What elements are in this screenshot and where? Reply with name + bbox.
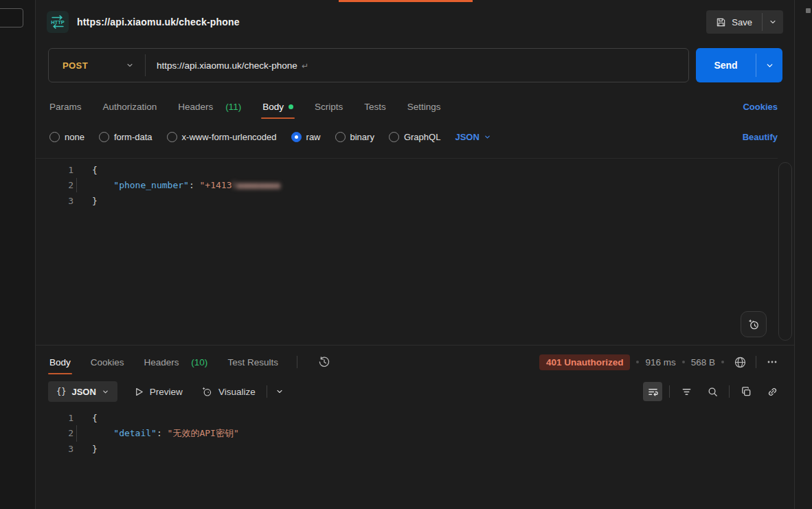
dot-separator [721, 361, 724, 363]
body-type-urlencoded[interactable]: x-www-form-urlencoded [167, 132, 277, 142]
tab-label: Test Results [227, 357, 278, 367]
postbot-ai-button[interactable] [741, 311, 767, 337]
divider [669, 385, 670, 398]
status-badge[interactable]: 401 Unauthorized [539, 354, 631, 370]
method-selector[interactable]: POST [49, 60, 145, 71]
tab-tests[interactable]: Tests [363, 95, 387, 119]
chevron-down-icon [484, 133, 491, 141]
send-button[interactable]: Send [696, 48, 756, 82]
tab-body[interactable]: Body [261, 95, 295, 119]
radio-label: x-www-form-urlencoded [182, 132, 277, 142]
code-line: 3 } [36, 193, 778, 209]
response-time[interactable]: 916 ms [645, 357, 675, 367]
search-button[interactable] [703, 382, 722, 401]
url-input[interactable]: https://api.xiaomu.uk/check-phone↵ [146, 60, 308, 71]
request-title: https://api.xiaomu.uk/check-phone [77, 16, 240, 27]
radio-icon [389, 132, 399, 142]
response-toolbar-actions [643, 382, 782, 401]
request-tabs: Params Authorization Headers (11) Body S… [48, 92, 778, 121]
save-button[interactable]: Save [706, 10, 762, 34]
app-window: HTTP https://api.xiaomu.uk/check-phone S… [0, 0, 812, 509]
radio-icon [167, 132, 177, 142]
tab-headers[interactable]: Headers (11) [177, 95, 243, 119]
main-panel: HTTP https://api.xiaomu.uk/check-phone S… [36, 0, 795, 509]
response-size[interactable]: 568 B [691, 357, 715, 367]
line-number: 1 [36, 165, 74, 175]
tab-label: Scripts [315, 102, 343, 112]
tab-settings[interactable]: Settings [406, 95, 442, 119]
response-body-editor[interactable]: 1 { 2 "detail": "无效的API密钥" 3 } [36, 408, 778, 509]
active-tab-indicator [339, 0, 473, 2]
filter-button[interactable] [677, 382, 696, 401]
tab-authorization[interactable]: Authorization [102, 95, 159, 119]
code-text: "phone_number": "+14135●●●●●●●● [74, 180, 280, 190]
search-icon [707, 386, 719, 398]
divider [756, 356, 756, 368]
body-type-form-data[interactable]: form-data [99, 132, 153, 142]
cookies-link[interactable]: Cookies [743, 102, 778, 112]
code-line: 3 } [36, 441, 778, 457]
code-line: 1 { [36, 410, 778, 426]
request-url-row: POST https://api.xiaomu.uk/check-phone↵ … [48, 48, 782, 84]
preview-button[interactable]: Preview [134, 387, 183, 397]
chevron-down-icon [765, 61, 774, 70]
line-number: 2 [36, 428, 74, 438]
toolbar-more-button[interactable] [270, 382, 289, 401]
link-button[interactable] [763, 382, 782, 401]
body-type-row: none form-data x-www-form-urlencoded raw… [49, 126, 778, 148]
response-status-cluster: 401 Unauthorized 916 ms 568 B [539, 352, 782, 372]
request-body-editor[interactable]: 1 { 2 "phone_number": "+14135●●●●●●●● 3 … [36, 158, 778, 345]
beautify-link[interactable]: Beautify [743, 132, 778, 142]
json-value: "+1413 [200, 180, 232, 190]
send-options-button[interactable] [756, 48, 782, 82]
line-number: 1 [36, 413, 74, 423]
body-type-binary[interactable]: binary [335, 132, 374, 142]
format-label: JSON [71, 387, 95, 397]
radio-label: raw [306, 132, 321, 142]
response-tab-body[interactable]: Body [48, 350, 72, 374]
copy-button[interactable] [736, 382, 756, 401]
pane-divider[interactable] [36, 345, 794, 346]
body-type-none[interactable]: none [49, 132, 84, 142]
chevron-down-icon [769, 18, 777, 26]
code-text: } [74, 196, 98, 206]
chevron-down-icon [126, 61, 134, 69]
radio-label: binary [350, 132, 374, 142]
response-toolbar: {} JSON Preview Visualize [48, 379, 782, 404]
http-method-icon: HTTP [47, 11, 69, 33]
response-tab-cookies[interactable]: Cookies [89, 350, 126, 374]
tab-label: Settings [407, 102, 441, 112]
raw-language-label: JSON [455, 132, 479, 142]
visualize-button[interactable]: Visualize [201, 385, 256, 398]
line-number: 3 [36, 196, 74, 206]
body-type-graphql[interactable]: GraphQL [389, 132, 440, 142]
json-key: "phone_number" [113, 180, 189, 190]
headers-count: (10) [191, 357, 207, 367]
more-options-button[interactable] [763, 352, 782, 372]
divider [267, 385, 267, 398]
request-header: HTTP https://api.xiaomu.uk/check-phone S… [36, 5, 794, 38]
tab-scripts[interactable]: Scripts [313, 95, 344, 119]
body-type-raw[interactable]: raw [291, 132, 321, 142]
response-tab-headers[interactable]: Headers (10) [143, 350, 210, 374]
code-text: "detail": "无效的API密钥" [74, 427, 239, 440]
tab-params[interactable]: Params [48, 95, 83, 119]
editor-scrollbar[interactable] [778, 162, 792, 341]
more-options-icon [766, 356, 778, 368]
history-icon [318, 356, 330, 368]
response-tab-test-results[interactable]: Test Results [226, 350, 280, 374]
raw-language-selector[interactable]: JSON [455, 132, 490, 142]
left-sidebar-rail[interactable] [0, 0, 36, 509]
radio-icon [335, 132, 346, 142]
save-options-button[interactable] [763, 10, 783, 34]
sidebar-collapsed-item[interactable] [0, 8, 23, 27]
json-value: "无效的API密钥" [168, 428, 239, 438]
network-info-button[interactable] [730, 352, 749, 372]
code-line: 1 { [36, 162, 778, 178]
wrap-text-button[interactable] [643, 382, 662, 401]
divider [729, 385, 730, 398]
tab-label: Authorization [103, 102, 157, 112]
response-history-button[interactable] [315, 352, 334, 372]
tab-label: Body [262, 102, 284, 112]
response-format-selector[interactable]: {} JSON [48, 381, 117, 402]
